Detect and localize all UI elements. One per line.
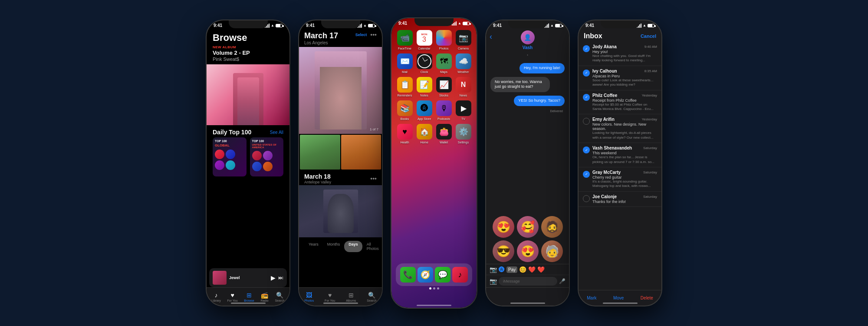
heart-icon[interactable]: ❤️ [537, 266, 545, 273]
app-photos[interactable]: Photos [436, 30, 452, 50]
music-dock-icon: ♪ [452, 267, 468, 283]
preview-4: Looking for lightweight, do-it-all piece… [592, 131, 657, 140]
app-appstore[interactable]: 🅐 App Store [416, 100, 432, 120]
page-dot-1 [429, 287, 431, 289]
status-icons-3: ▲ [452, 21, 470, 26]
app-stocks[interactable]: 📈 Stocks [436, 77, 452, 97]
notch [229, 20, 268, 28]
mail-check-2[interactable]: ✓ [583, 70, 590, 77]
forward-icon[interactable]: ⏭ [278, 275, 283, 281]
new-album-label: NEW ALBUM [207, 45, 289, 49]
appstore-msg-icon[interactable]: 🅐 [499, 266, 505, 273]
mail-check-3[interactable]: ✓ [583, 94, 590, 101]
browse-icon: ⊞ [247, 292, 252, 299]
app-news[interactable]: N News [455, 77, 471, 97]
mail-check-4[interactable] [583, 118, 590, 125]
mini-player[interactable]: Jewel ▶ ⏭ [209, 268, 287, 287]
back-button[interactable]: ‹ [490, 32, 492, 41]
mail-item-5[interactable]: ✓ Vash Shenavandeh Saturday This weekend… [579, 143, 661, 167]
chart-usa[interactable]: TOP 100 UNITED STATES OF AMERICA [250, 137, 284, 176]
message-delivered: Delivered [490, 110, 565, 113]
mail-item-1[interactable]: ✓ Jody Akana 9:40 AM Hey you! Nice chatt… [579, 42, 661, 66]
emoji-icon[interactable]: 😊 [519, 266, 526, 273]
tab-months[interactable]: Months [323, 241, 345, 252]
mail-list: ✓ Jody Akana 9:40 AM Hey you! Nice chatt… [579, 42, 661, 306]
app-weather[interactable]: ☁️ Weather [455, 53, 471, 73]
app-calendar[interactable]: MON 3 Calendar [416, 30, 432, 50]
mail-content-5: Vash Shenavandeh Saturday This weekend O… [592, 146, 657, 164]
battery-3 [463, 22, 470, 25]
mail-item-3[interactable]: ✓ Philz Coffee Yesterday Receipt from Ph… [579, 90, 661, 115]
app-bar: 📷 🅐 Pay 😊 ❤️ ❤️ [486, 264, 569, 275]
more-button[interactable]: ••• [370, 31, 377, 38]
camera-msg-icon[interactable]: 📷 [490, 266, 497, 273]
tab-for-you-photos[interactable]: ♥ For You [325, 292, 335, 302]
tab-photos[interactable]: 🖼 Photos [304, 292, 314, 302]
tab-for-you[interactable]: ♥ For You [227, 292, 237, 302]
tab-years[interactable]: Years [304, 241, 323, 252]
move-button[interactable]: Move [613, 296, 624, 300]
play-icon[interactable]: ▶ [271, 274, 276, 281]
time-7: Saturday [643, 195, 657, 199]
dock-messages[interactable]: 💬 [435, 267, 450, 283]
mail-item-2[interactable]: ✓ Ivy Calhoun 8:35 AM Alpacas in Peru So… [579, 66, 661, 90]
mail-cancel-btn[interactable]: Cancel [641, 33, 656, 39]
chart-global[interactable]: TOP 100 GLOBAL [213, 137, 247, 176]
app-home[interactable]: 🏠 Home [416, 124, 432, 144]
applepay-icon[interactable]: Pay [506, 266, 517, 273]
app-maps[interactable]: 🗺 Maps [436, 53, 452, 73]
tab-albums[interactable]: ⊞ Albums [346, 292, 356, 302]
app-clock[interactable]: Clock [416, 53, 432, 73]
app-camera[interactable]: 📷 Camera [455, 30, 471, 50]
app-reminders[interactable]: 📋 Reminders [397, 77, 413, 97]
app-settings[interactable]: ⚙️ Settings [455, 124, 471, 144]
select-button[interactable]: Select [355, 33, 367, 37]
see-all-link[interactable]: See All [270, 130, 283, 135]
camera-input-icon[interactable]: 📷 [490, 278, 497, 285]
photo-cell-1[interactable] [300, 135, 340, 170]
dock-safari[interactable]: 🧭 [418, 267, 433, 283]
mic-icon[interactable]: 🎤 [559, 278, 566, 284]
app-health[interactable]: ♥ Health [397, 124, 413, 144]
tab-search-photos[interactable]: 🔍 Search [367, 292, 376, 302]
app-notes[interactable]: 📝 Notes [416, 77, 432, 97]
tab-all-photos[interactable]: All Photos [362, 241, 382, 252]
tab-days[interactable]: Days [344, 241, 362, 252]
mark-button[interactable]: Mark [587, 296, 596, 300]
mail-item-7[interactable]: Joe Calonje Saturday Thanks for the info… [579, 192, 661, 207]
wifi-5: ▲ [643, 23, 646, 27]
tab-search-music[interactable]: 🔍 Search [275, 292, 284, 302]
settings-icon: ⚙️ [456, 124, 471, 140]
photo-grid [299, 134, 382, 170]
tab-browse[interactable]: ⊞ Browse [244, 292, 254, 302]
app-wallet[interactable]: 👛 Wallet [436, 124, 452, 144]
mail-item-6[interactable]: ✓ Gray McCarty Saturday Cherry red guita… [579, 167, 661, 192]
mail-content-3: Philz Coffee Yesterday Receipt from Phil… [592, 93, 657, 112]
mail-check-6[interactable]: ✓ [583, 171, 590, 178]
app-books[interactable]: 📚 Books [397, 100, 413, 120]
mail-check-7[interactable] [583, 195, 590, 202]
app-mail[interactable]: ✉️ Mail [397, 53, 413, 73]
dock-phone[interactable]: 📞 [400, 267, 416, 283]
photo-more-btn[interactable]: ••• [370, 175, 377, 182]
tv-label: TV [461, 117, 465, 120]
battery-4 [555, 24, 562, 27]
photo-cell-2[interactable] [341, 135, 381, 170]
mini-controls: ▶ ⏭ [271, 274, 283, 281]
sticker-icon[interactable]: ❤️ [528, 266, 536, 273]
mail-item-4[interactable]: Erny Arifin Yesterday New colors. New de… [579, 114, 661, 143]
appstore-label: App Store [418, 117, 431, 120]
app-facetime[interactable]: 📹 FaceTime [397, 30, 413, 50]
calendar-label: Calendar [418, 47, 430, 50]
imessage-input[interactable]: iMessage [499, 277, 557, 286]
app-tv[interactable]: ▶ TV [455, 100, 471, 120]
album-name[interactable]: Volume 2 - EP [207, 49, 289, 57]
mail-check-1[interactable]: ✓ [583, 45, 590, 52]
dock-music[interactable]: ♪ [452, 267, 468, 283]
app-podcasts[interactable]: 🎙 Podcasts [436, 100, 452, 120]
delete-button[interactable]: Delete [641, 296, 653, 300]
tab-radio[interactable]: 📻 Radio [260, 292, 268, 302]
mail-check-5[interactable]: ✓ [583, 146, 590, 153]
tab-library[interactable]: ♪ Library [211, 292, 220, 302]
health-icon: ♥ [397, 124, 413, 140]
